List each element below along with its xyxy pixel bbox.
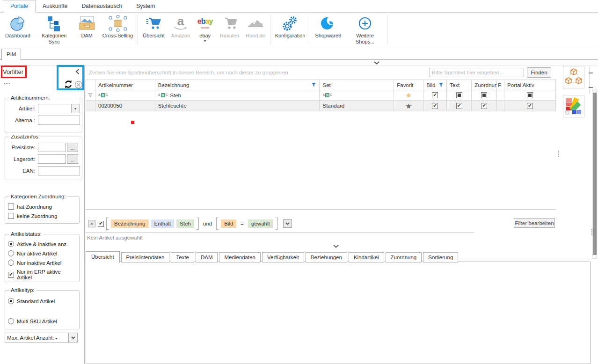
filter-cell-bezeichnung[interactable]: ABC Steh	[155, 90, 320, 100]
menu-tab-system[interactable]: System	[129, 0, 162, 12]
ribbon-button-cross-selling[interactable]: Cross-Selling	[99, 14, 136, 45]
cell-text[interactable]	[447, 101, 472, 111]
ean-input[interactable]	[38, 166, 80, 175]
collapse-panel-chevron-left-icon[interactable]	[75, 69, 80, 74]
menu-tab-portale[interactable]: Portale	[3, 0, 36, 13]
search-input[interactable]	[430, 68, 524, 77]
tab-kindartikel[interactable]: Kindartikel	[349, 252, 384, 262]
ribbon-button-uebersicht[interactable]: Übersicht	[139, 14, 168, 45]
artikel-input[interactable]	[38, 104, 72, 113]
edit-filter-button[interactable]: Filter bearbeiten	[514, 218, 555, 228]
cell-bild[interactable]	[423, 101, 447, 111]
tab-sortierung[interactable]: Sortierung	[423, 252, 458, 262]
ribbon-button-dashboard[interactable]: Dashboard	[2, 14, 34, 45]
lagerort-browse-button[interactable]: ...	[67, 154, 78, 164]
ribbon-toolbar: Dashboard Kategorien Sync DAM	[0, 13, 598, 47]
radio-aktive-inaktive[interactable]: Aktive & inaktive anz.	[8, 241, 76, 247]
tab-texte[interactable]: Texte	[171, 252, 194, 262]
clear-filter-circle-icon[interactable]	[74, 80, 83, 91]
chevron-down-icon[interactable]	[333, 245, 339, 248]
filter-enabled-checkbox[interactable]	[98, 221, 104, 227]
tab-zuordnung[interactable]: Zuordnung	[386, 252, 422, 262]
radio-standard-artikel[interactable]: Standard Artikel	[8, 298, 76, 304]
tab-verfuegbarkeit[interactable]: Verfügbarkeit	[262, 252, 304, 262]
cell-zuordnung[interactable]	[472, 101, 497, 111]
vertical-scrollbar-thumb[interactable]	[593, 93, 597, 255]
column-header-artikelnummer[interactable]: Artikelnummer	[95, 80, 155, 90]
cell-favorit[interactable]: ★	[394, 101, 423, 111]
filter-field-chip[interactable]: Bild	[221, 219, 236, 228]
filter-cell-artikelnummer[interactable]: ABC	[95, 90, 155, 100]
tab-dam[interactable]: DAM	[196, 252, 218, 262]
ribbon-button-konfiguration[interactable]: Konfiguration	[272, 14, 309, 45]
grid-data-row[interactable]: 00200050 Stehleuchte Standard ★	[86, 101, 556, 111]
filter-cell-f[interactable]	[497, 90, 504, 100]
filter-cell-text[interactable]	[447, 90, 472, 100]
alterna-input[interactable]	[38, 116, 80, 125]
preisliste-input[interactable]	[38, 143, 66, 152]
column-header-portal-aktiv[interactable]: Portal Aktiv	[504, 80, 556, 90]
radio-nur-inaktive[interactable]: Nur inaktive Artikel	[8, 260, 76, 266]
checkbox-hat-zuordnung[interactable]: hat Zuordnung	[8, 204, 76, 210]
cell-bezeichnung[interactable]: Stehleuchte	[155, 101, 320, 111]
remove-filter-button[interactable]: ×	[88, 220, 95, 227]
ribbon-button-weitere-shops[interactable]: Weitere Shops...	[344, 14, 386, 45]
ribbon-button-ebay[interactable]: ebay member ebay ▼	[193, 14, 217, 45]
filter-operator-text[interactable]: =	[239, 221, 246, 226]
tab-beziehungen[interactable]: Beziehungen	[306, 252, 347, 262]
artikel-dropdown-button[interactable]: ▼	[72, 104, 80, 113]
filter-cell-set[interactable]: ABC	[320, 90, 394, 100]
splitter-grip[interactable]	[558, 151, 559, 157]
filter-cell-portal-aktiv[interactable]	[504, 90, 556, 100]
filter-operator-chip[interactable]: Enthält	[151, 219, 175, 228]
filter-cell-favorit[interactable]: ★	[394, 90, 423, 100]
cell-portal-aktiv[interactable]	[504, 101, 556, 111]
column-header-bild[interactable]: Bild	[423, 80, 447, 90]
filter-cell-zuordnung[interactable]	[472, 90, 497, 100]
column-header-zuordnung[interactable]: Zuordnung	[472, 80, 497, 90]
menu-tab-auskuenfte[interactable]: Auskünfte	[36, 0, 74, 12]
ribbon-button-rakuten[interactable]: Rakuten	[217, 14, 242, 45]
ribbon-button-dam[interactable]: DAM	[75, 14, 99, 45]
filter-funnel-icon[interactable]	[438, 82, 444, 87]
ribbon-button-shopware6[interactable]: Shopware6	[312, 14, 344, 45]
ribbon-button-kategorien-sync[interactable]: Kategorien Sync	[34, 14, 75, 45]
filter-dropdown-button[interactable]	[283, 219, 292, 228]
cell-artikelnummer[interactable]: 00200050	[95, 101, 155, 111]
column-header-bezeichnung[interactable]: Bezeichnung	[155, 80, 320, 90]
menu-tab-datenaustausch[interactable]: Datenaustausch	[74, 0, 129, 12]
ribbon-button-amazon[interactable]: a Amazon	[168, 14, 193, 45]
column-header-favorit[interactable]: Favorit	[394, 80, 423, 90]
lagerort-input[interactable]	[38, 154, 66, 164]
checkbox-keine-zuordnung[interactable]: keine Zuordnung	[8, 213, 76, 219]
chevron-down-icon[interactable]	[374, 61, 379, 65]
filter-cell-bild[interactable]	[423, 90, 447, 100]
prefilter-more-label[interactable]: ...	[4, 78, 11, 85]
cell-f[interactable]	[497, 101, 504, 111]
filter-field-chip[interactable]: Bezeichnung	[111, 219, 149, 228]
tab-mediendaten[interactable]: Mediendaten	[219, 252, 261, 262]
column-header-set[interactable]: Set	[320, 80, 394, 90]
color-variants-button[interactable]	[563, 95, 584, 117]
radio-multi-sku-artikel[interactable]: Multi SKU Artikel	[8, 318, 76, 324]
filter-value-chip[interactable]: Steh	[176, 219, 194, 228]
find-button[interactable]: Finden	[527, 67, 551, 78]
column-header-f[interactable]: F	[497, 80, 504, 90]
dropdown-chevron-button[interactable]	[68, 333, 77, 342]
max-artikel-anzahl-dropdown[interactable]: Max. Artikel Anzahl: -	[5, 333, 78, 342]
filter-funnel-icon[interactable]	[311, 82, 316, 87]
cell-set[interactable]: Standard	[320, 101, 394, 111]
ribbon-collapse-bar[interactable]	[0, 60, 598, 66]
panel-splitter[interactable]	[84, 66, 85, 364]
ribbon-button-hood-de[interactable]: Hood.de	[242, 14, 269, 45]
refresh-icon[interactable]	[64, 80, 73, 91]
filter-value-chip[interactable]: gewählt	[248, 219, 273, 228]
tab-uebersicht[interactable]: Übersicht	[86, 251, 120, 263]
tab-preislistendaten[interactable]: Preislistendaten	[121, 252, 170, 262]
tab-pim[interactable]: PIM	[1, 49, 21, 60]
radio-nur-aktive[interactable]: Nur aktive Artikel	[8, 250, 76, 256]
column-header-text[interactable]: Text	[447, 80, 472, 90]
checkbox-nur-erp-aktive[interactable]: Nur im ERP aktive Artikel	[8, 269, 76, 280]
preisliste-browse-button[interactable]: ...	[67, 143, 78, 152]
article-structure-button[interactable]	[563, 66, 584, 88]
